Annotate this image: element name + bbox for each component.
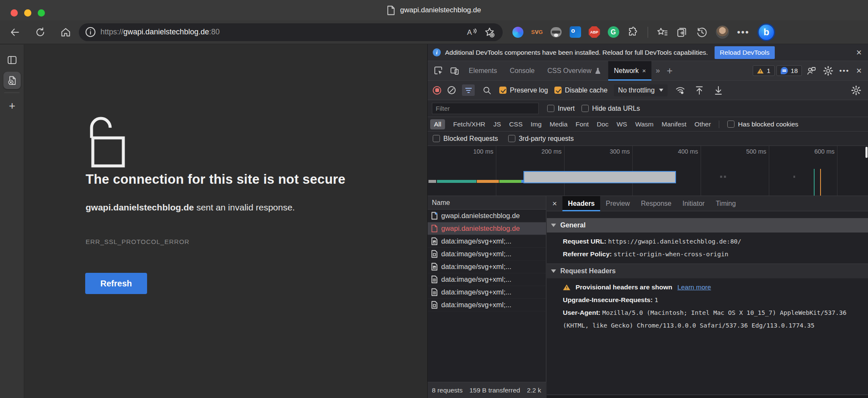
- name-column-header[interactable]: Name: [428, 196, 546, 210]
- devtools-close-button[interactable]: ×: [856, 66, 862, 76]
- tab-css-overview[interactable]: CSS Overview: [542, 61, 606, 81]
- home-button[interactable]: [57, 23, 75, 41]
- request-row[interactable]: data:image/svg+xml;...: [428, 286, 546, 299]
- inspect-element-button[interactable]: [431, 62, 445, 80]
- devtools-menu-button[interactable]: •••: [839, 67, 849, 75]
- error-count-badge[interactable]: 1: [753, 65, 774, 76]
- request-row[interactable]: data:image/svg+xml;...: [428, 273, 546, 286]
- filter-fetch-xhr[interactable]: Fetch/XHR: [453, 121, 485, 128]
- search-button[interactable]: [481, 81, 493, 99]
- details-tab-headers[interactable]: Headers: [562, 196, 600, 211]
- infobar-close-button[interactable]: ×: [856, 48, 862, 57]
- has-blocked-cookies-checkbox[interactable]: [727, 121, 734, 128]
- filter-ws[interactable]: WS: [617, 121, 627, 128]
- extensions-puzzle-icon[interactable]: [626, 26, 638, 38]
- document-icon: [431, 212, 438, 220]
- grammarly-extension-icon[interactable]: G: [607, 26, 619, 38]
- details-tab-timing[interactable]: Timing: [710, 196, 741, 211]
- raccoon-extension-icon[interactable]: [550, 26, 562, 38]
- refresh-button[interactable]: [31, 23, 49, 41]
- general-section-header[interactable]: General: [547, 218, 868, 233]
- tab-elements[interactable]: Elements: [463, 61, 503, 81]
- bing-copilot-button[interactable]: b: [757, 23, 775, 41]
- collections-button[interactable]: [676, 26, 688, 38]
- address-bar[interactable]: https://gwapi.danielstechblog.de:80 A: [79, 23, 503, 41]
- device-toolbar-button[interactable]: [447, 62, 462, 80]
- add-favorite-button[interactable]: [481, 23, 498, 41]
- details-tab-response[interactable]: Response: [635, 196, 677, 211]
- request-row[interactable]: data:image/svg+xml;...: [428, 299, 546, 311]
- filter-input[interactable]: [432, 103, 539, 114]
- add-tab-button[interactable]: +: [664, 65, 675, 77]
- adblock-plus-extension-icon[interactable]: ABP: [588, 26, 600, 38]
- new-tab-button[interactable]: +: [0, 96, 24, 115]
- provisional-headers-line: Provisional headers are shown Learn more: [547, 281, 868, 294]
- network-overview-timeline[interactable]: 100 ms 200 ms 300 ms 400 ms 500 ms 600 m…: [428, 146, 868, 196]
- timeline-selected-range[interactable]: [523, 171, 676, 183]
- filter-js[interactable]: JS: [493, 121, 501, 128]
- network-settings-button[interactable]: [850, 81, 862, 99]
- details-tab-initiator[interactable]: Initiator: [677, 196, 710, 211]
- filter-all[interactable]: All: [430, 119, 445, 129]
- filter-wasm[interactable]: Wasm: [635, 121, 654, 128]
- reload-devtools-button[interactable]: Reload DevTools: [715, 46, 774, 59]
- request-headers-section-header[interactable]: Request Headers: [547, 264, 868, 278]
- devtools-settings-button[interactable]: [821, 62, 836, 80]
- third-party-checkbox[interactable]: [508, 135, 515, 142]
- filter-toggle-button[interactable]: [462, 84, 475, 96]
- filter-font[interactable]: Font: [576, 121, 589, 128]
- more-tabs-button[interactable]: »: [653, 66, 662, 75]
- svg-extension-icon[interactable]: SVG: [531, 26, 543, 38]
- designer-extension-icon[interactable]: [512, 26, 524, 38]
- hide-data-urls-checkbox[interactable]: [581, 105, 589, 112]
- toolbar-divider: [648, 27, 648, 38]
- filter-img[interactable]: Img: [531, 121, 542, 128]
- request-row-selected[interactable]: gwapi.danielstechblog.de: [428, 222, 546, 235]
- request-row[interactable]: data:image/svg+xml;...: [428, 248, 546, 261]
- site-info-icon[interactable]: [85, 26, 96, 38]
- details-tab-preview[interactable]: Preview: [600, 196, 635, 211]
- browser-menu-button[interactable]: •••: [737, 27, 749, 38]
- filter-manifest[interactable]: Manifest: [662, 121, 687, 128]
- learn-more-link[interactable]: Learn more: [677, 281, 711, 294]
- import-har-button[interactable]: [712, 81, 725, 99]
- refresh-page-button[interactable]: Refresh: [85, 273, 147, 294]
- filter-media[interactable]: Media: [550, 121, 568, 128]
- disable-cache-checkbox[interactable]: [554, 87, 562, 94]
- active-tab-title: gwapi.danielstechblog.de: [0, 0, 868, 20]
- url-text[interactable]: https://gwapi.danielstechblog.de:80: [100, 28, 220, 36]
- filter-css[interactable]: CSS: [509, 121, 523, 128]
- blocked-requests-checkbox[interactable]: [433, 135, 440, 142]
- outlook-extension-icon[interactable]: [569, 26, 581, 38]
- filter-other[interactable]: Other: [695, 121, 711, 128]
- message-count-badge[interactable]: 18: [776, 65, 802, 76]
- history-button[interactable]: [696, 26, 708, 38]
- timeline-scroll-thumb[interactable]: [865, 147, 868, 158]
- request-row[interactable]: data:image/svg+xml;...: [428, 235, 546, 248]
- request-row[interactable]: gwapi.danielstechblog.de: [428, 210, 546, 222]
- extensions-row: SVG ABP G: [512, 26, 638, 38]
- request-row[interactable]: data:image/svg+xml;...: [428, 261, 546, 273]
- feedback-button[interactable]: [804, 62, 819, 80]
- message-count: 18: [791, 67, 798, 74]
- network-conditions-button[interactable]: [674, 81, 687, 99]
- preserve-log-checkbox[interactable]: [499, 87, 506, 94]
- details-close-button[interactable]: ×: [547, 199, 562, 207]
- throttling-dropdown[interactable]: No throttling: [614, 84, 667, 96]
- tab-network-close-icon[interactable]: ×: [642, 67, 646, 74]
- export-har-button[interactable]: [693, 81, 706, 99]
- clear-network-log-button[interactable]: [448, 86, 456, 94]
- read-aloud-button[interactable]: A: [463, 23, 481, 41]
- favorites-bar-button[interactable]: [656, 26, 668, 38]
- tab-panel-toggle-button[interactable]: [0, 50, 24, 69]
- record-network-log-button[interactable]: [433, 86, 441, 95]
- back-button[interactable]: [6, 23, 24, 41]
- third-party-label: 3rd-party requests: [519, 135, 574, 143]
- active-tab-button[interactable]: [3, 72, 21, 89]
- profile-avatar[interactable]: [716, 25, 729, 39]
- invert-control: Invert: [547, 105, 575, 112]
- invert-checkbox[interactable]: [547, 105, 554, 112]
- tab-console[interactable]: Console: [504, 61, 540, 81]
- filter-doc[interactable]: Doc: [597, 121, 609, 128]
- tab-network[interactable]: Network×: [608, 61, 651, 81]
